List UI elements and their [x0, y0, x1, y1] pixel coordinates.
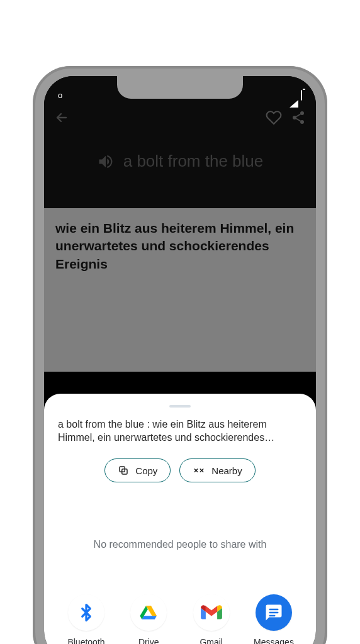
- notch: [117, 76, 243, 99]
- sheet-grabber[interactable]: [169, 405, 191, 408]
- share-target-label: Bluetooth: [67, 637, 104, 644]
- share-target-drive[interactable]: Drive: [124, 594, 173, 644]
- share-target-label: Messages: [254, 637, 294, 644]
- share-target-label: Drive: [138, 637, 159, 644]
- copy-button[interactable]: Copy: [104, 458, 171, 482]
- nearby-icon: [193, 465, 205, 476]
- gmail-icon: [201, 604, 222, 621]
- share-target-label: Gmail: [200, 637, 223, 644]
- share-sheet: a bolt from the blue : wie ein Blitz aus…: [44, 394, 316, 644]
- share-target-messages[interactable]: Messages: [249, 594, 298, 644]
- battery-icon: [301, 91, 302, 100]
- copy-label: Copy: [135, 465, 157, 476]
- svg-rect-6: [269, 612, 278, 614]
- messages-icon: [264, 603, 283, 622]
- svg-rect-5: [269, 609, 278, 611]
- status-right: [290, 91, 302, 100]
- share-target-gmail[interactable]: Gmail: [187, 594, 236, 644]
- share-targets: Bluetooth Drive: [58, 594, 302, 644]
- screen: o: [44, 76, 316, 644]
- no-recommended-text: No recommended people to share with: [58, 539, 302, 550]
- phone-frame: o: [33, 66, 327, 644]
- share-preview-text: a bolt from the blue : wie ein Blitz aus…: [58, 418, 302, 445]
- drive-icon: [138, 602, 159, 623]
- nearby-label: Nearby: [211, 465, 242, 476]
- share-target-bluetooth[interactable]: Bluetooth: [62, 594, 111, 644]
- status-left: o: [58, 91, 62, 100]
- cellular-icon: [290, 91, 298, 100]
- nearby-button[interactable]: Nearby: [179, 458, 255, 482]
- svg-rect-7: [269, 615, 275, 617]
- bluetooth-icon: [77, 603, 96, 622]
- copy-icon: [118, 465, 129, 476]
